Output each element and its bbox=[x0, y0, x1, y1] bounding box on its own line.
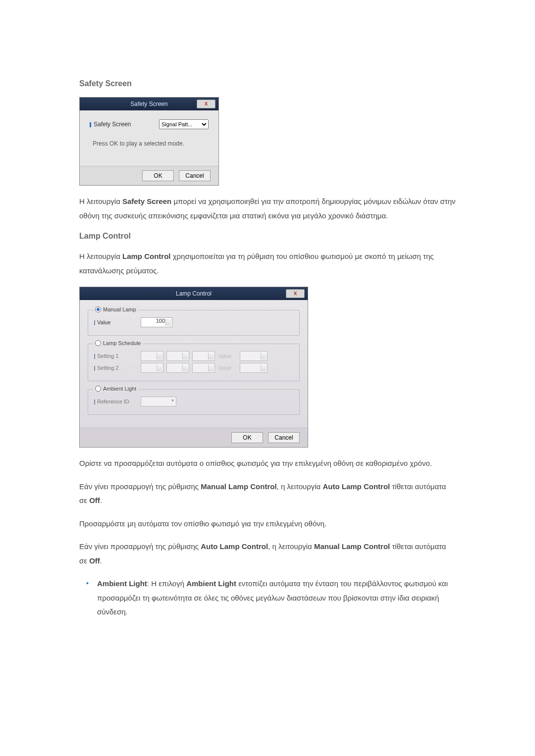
lamp-paragraph-3: Εάν γίνει προσαρμογή της ρύθμισης Manual… bbox=[79, 480, 456, 508]
ambient-light-group: Ambient Light Reference ID bbox=[88, 389, 300, 415]
setting1-hour-stepper[interactable] bbox=[141, 351, 163, 361]
safety-screen-label: Safety Screen bbox=[90, 121, 131, 128]
setting2-hour-stepper[interactable] bbox=[141, 363, 163, 373]
lamp-control-heading: Lamp Control bbox=[79, 232, 456, 241]
lamp-schedule-group: Lamp Schedule Setting 1 Value Setting 2 … bbox=[88, 344, 300, 381]
ok-button[interactable]: OK bbox=[231, 432, 263, 443]
dialog-title: Lamp Control bbox=[176, 290, 212, 297]
reference-id-select[interactable] bbox=[141, 397, 176, 406]
safety-screen-select[interactable]: Signal Patt... bbox=[159, 119, 209, 129]
close-icon[interactable]: x bbox=[197, 100, 215, 108]
radio-icon[interactable] bbox=[95, 306, 101, 312]
dialog-titlebar: Safety Screen x bbox=[80, 98, 218, 110]
setting1-ampm-stepper[interactable] bbox=[192, 351, 215, 361]
dialog-titlebar: Lamp Control x bbox=[80, 287, 308, 300]
radio-icon[interactable] bbox=[95, 340, 101, 346]
close-icon[interactable]: x bbox=[286, 289, 305, 298]
lamp-paragraph-2: Ορίστε να προσαρμόζεται αυτόματα ο οπίσθ… bbox=[79, 456, 456, 471]
ambient-light-legend[interactable]: Ambient Light bbox=[93, 386, 138, 392]
cancel-button[interactable]: Cancel bbox=[179, 170, 211, 181]
value-text: Value bbox=[218, 365, 237, 371]
lamp-control-intro: Η λειτουργία Lamp Control χρησιμοποιείτα… bbox=[79, 250, 456, 278]
lamp-control-dialog: Lamp Control x Manual Lamp Value 100 Lam… bbox=[79, 287, 308, 448]
manual-lamp-group: Manual Lamp Value 100 bbox=[88, 310, 300, 336]
setting2-min-stepper[interactable] bbox=[166, 363, 189, 373]
setting2-ampm-stepper[interactable] bbox=[192, 363, 215, 373]
radio-icon[interactable] bbox=[95, 386, 101, 392]
setting1-label: Setting 1 bbox=[94, 353, 138, 359]
value-stepper[interactable]: 100 bbox=[141, 317, 172, 327]
setting2-value-stepper[interactable] bbox=[240, 363, 268, 373]
lamp-paragraph-4: Προσαρμόστε μη αυτόματα τον οπίσθιο φωτι… bbox=[79, 517, 456, 531]
cancel-button[interactable]: Cancel bbox=[268, 432, 300, 443]
dialog-title: Safety Screen bbox=[130, 101, 167, 107]
safety-screen-dialog: Safety Screen x Safety Screen Signal Pat… bbox=[79, 97, 219, 186]
lamp-paragraph-5: Εάν γίνει προσαρμογή της ρύθμισης Auto L… bbox=[79, 540, 456, 568]
ok-button[interactable]: OK bbox=[142, 170, 174, 181]
reference-id-label: Reference ID bbox=[94, 399, 138, 404]
setting1-min-stepper[interactable] bbox=[166, 351, 189, 361]
setting2-label: Setting 2 bbox=[94, 365, 138, 371]
ambient-light-bullet-list: Ambient Light: Η επιλογή Ambient Light ε… bbox=[79, 577, 456, 619]
list-item: Ambient Light: Η επιλογή Ambient Light ε… bbox=[83, 577, 456, 619]
safety-screen-heading: Safety Screen bbox=[79, 79, 456, 88]
value-text: Value bbox=[218, 353, 237, 359]
safety-screen-paragraph: Η λειτουργία Safety Screen μπορεί να χρη… bbox=[79, 195, 456, 223]
dialog-message: Press OK to play a selected mode. bbox=[90, 140, 209, 161]
setting1-value-stepper[interactable] bbox=[240, 351, 268, 361]
value-label: Value bbox=[94, 319, 138, 325]
manual-lamp-legend[interactable]: Manual Lamp bbox=[93, 306, 138, 312]
lamp-schedule-legend[interactable]: Lamp Schedule bbox=[93, 340, 143, 346]
